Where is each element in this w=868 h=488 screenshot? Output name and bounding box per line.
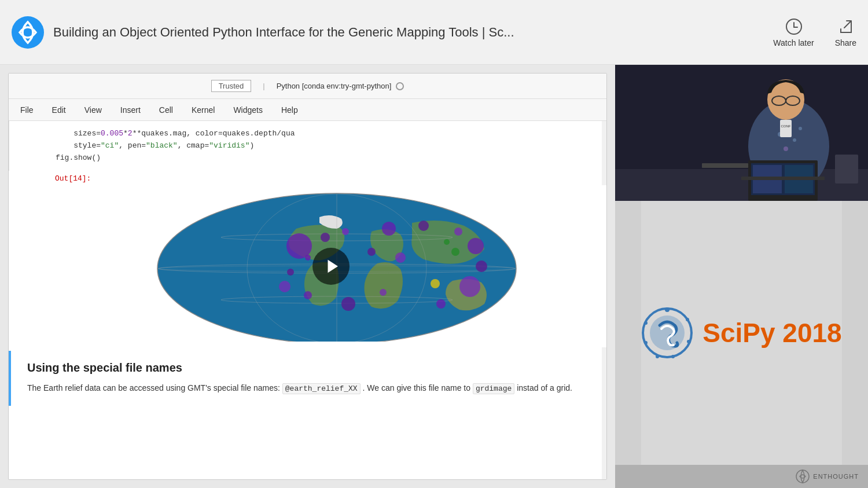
svg-point-63: [671, 355, 675, 358]
svg-rect-56: [702, 163, 748, 168]
share-button[interactable]: Share: [835, 17, 856, 47]
share-label: Share: [835, 38, 856, 47]
svg-point-42: [793, 138, 796, 142]
svg-point-67: [796, 470, 809, 483]
text-p1: The Earth relief data can be accessed us…: [27, 383, 280, 392]
menu-help[interactable]: Help: [279, 104, 300, 116]
svg-rect-53: [741, 177, 825, 180]
scipy-area: SciPy 2018: [641, 201, 841, 465]
code-line-2: style="ci", pen="black", cmap="viridis"): [56, 140, 602, 152]
svg-point-19: [418, 221, 429, 231]
scipy-logo-icon: [641, 307, 693, 359]
top-actions: Watch later Share: [773, 17, 856, 47]
play-icon: [323, 258, 341, 275]
svg-point-16: [321, 233, 330, 242]
svg-marker-37: [328, 260, 338, 273]
globe-svg-wrap: 0° 60° 0° -60°: [128, 191, 534, 342]
share-icon: [836, 17, 855, 36]
menu-widgets[interactable]: Widgets: [231, 104, 265, 116]
out-label: Out[14]:: [55, 174, 606, 183]
menu-edit[interactable]: Edit: [50, 104, 68, 116]
nb-body: sizes=0.005*2**quakes.mag, color=quakes.…: [9, 121, 606, 479]
watch-later-label: Watch later: [773, 38, 814, 47]
globe-container: 0° 60° 0° -60°: [55, 185, 606, 347]
scipy-logo-svg: [641, 307, 693, 359]
code-grdimage: grdimage: [473, 383, 514, 394]
nb-kernel-circle: [396, 82, 404, 90]
svg-point-62: [687, 340, 690, 343]
svg-point-20: [454, 228, 462, 236]
watch-later-icon: [785, 17, 803, 36]
play-button[interactable]: [312, 248, 350, 285]
code-line-1: sizes=0.005*2**quakes.mag, color=quakes.…: [56, 128, 602, 140]
speaker-image: CONF: [615, 65, 868, 201]
svg-point-17: [342, 228, 349, 235]
menu-file[interactable]: File: [18, 104, 36, 116]
svg-text:CONF: CONF: [781, 124, 791, 128]
text-section: Using the special file names The Earth r…: [9, 351, 606, 406]
nb-trusted-button[interactable]: Trusted: [211, 80, 252, 92]
svg-point-26: [395, 252, 406, 263]
svg-point-31: [341, 297, 355, 311]
svg-point-61: [686, 318, 689, 321]
text-heading: Using the special file names: [27, 361, 589, 375]
svg-point-60: [665, 307, 670, 312]
svg-point-43: [784, 146, 788, 151]
text-p3: instad of a grid.: [517, 383, 572, 392]
nb-kernel-label: Python [conda env:try-gmt-python]: [277, 82, 392, 90]
top-bar: Building an Object Oriented Python Inter…: [0, 0, 868, 65]
main-area: Trusted | Python [conda env:try-gmt-pyth…: [0, 65, 868, 488]
svg-point-44: [799, 127, 802, 130]
menu-view[interactable]: View: [82, 104, 104, 116]
svg-point-66: [644, 321, 648, 325]
nb-kernel: Python [conda env:try-gmt-python]: [277, 82, 404, 90]
svg-rect-57: [835, 155, 858, 184]
svg-point-25: [367, 248, 376, 256]
svg-point-21: [468, 238, 484, 254]
menu-kernel[interactable]: Kernel: [189, 104, 217, 116]
code-line-3: fig.show(): [56, 152, 602, 164]
svg-point-65: [644, 341, 648, 344]
svg-point-27: [305, 255, 311, 260]
svg-point-22: [476, 260, 487, 272]
menu-cell[interactable]: Cell: [157, 104, 175, 116]
nb-topbar: Trusted | Python [conda env:try-gmt-pyth…: [9, 74, 606, 99]
nb-menubar: File Edit View Insert Cell Kernel Widget…: [9, 99, 606, 121]
channel-logo[interactable]: [12, 16, 44, 49]
page-title: Building an Object Oriented Python Inter…: [53, 25, 773, 40]
svg-point-23: [459, 276, 480, 297]
svg-point-34: [451, 248, 459, 256]
enthought-label: ENTHOUGHT: [813, 473, 859, 480]
svg-point-64: [656, 355, 659, 358]
enthought-logo-icon: [796, 469, 810, 483]
svg-rect-54: [780, 120, 792, 137]
right-panel: CONF: [615, 65, 868, 488]
svg-point-28: [287, 269, 294, 276]
svg-point-33: [444, 239, 450, 245]
code-content: sizes=0.005*2**quakes.mag, color=quakes.…: [9, 126, 606, 166]
svg-point-24: [436, 299, 446, 309]
nb-separator: |: [263, 82, 264, 90]
speaker-illustration: CONF: [615, 65, 868, 201]
svg-point-32: [380, 289, 387, 296]
menu-insert[interactable]: Insert: [118, 104, 143, 116]
speaker-thumbnail: CONF: [615, 65, 868, 201]
svg-point-29: [279, 281, 290, 292]
svg-point-35: [431, 279, 440, 288]
scipy-logo-row: SciPy 2018: [641, 307, 841, 359]
watch-later-button[interactable]: Watch later: [773, 17, 814, 47]
out-cell: Out[14]: 0° 60° 0° -60°: [9, 171, 606, 351]
enthought-footer: ENTHOUGHT: [615, 465, 868, 488]
svg-point-30: [304, 291, 312, 299]
scipy-text: SciPy 2018: [703, 317, 841, 348]
svg-point-18: [382, 222, 396, 236]
svg-rect-39: [615, 169, 868, 201]
text-paragraph: The Earth relief data can be accessed us…: [27, 381, 589, 395]
code-earth-relief: @earth_relief_XX: [282, 383, 361, 394]
notebook-area: Trusted | Python [conda env:try-gmt-pyth…: [0, 65, 615, 488]
text-p2: . We can give this file name to: [363, 383, 471, 392]
notebook-inner: Trusted | Python [conda env:try-gmt-pyth…: [8, 73, 607, 480]
code-cell: sizes=0.005*2**quakes.mag, color=quakes.…: [9, 121, 606, 171]
enthought-icon: [796, 469, 810, 483]
